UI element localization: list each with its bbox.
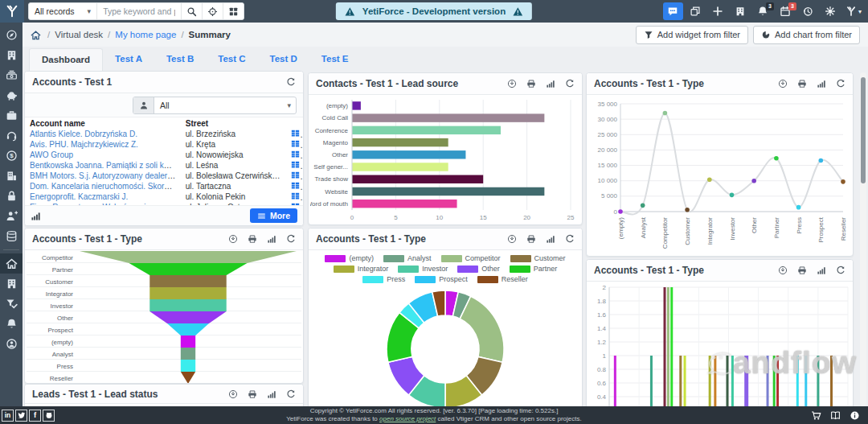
scrollbar-thumb[interactable] — [861, 77, 866, 183]
refresh-icon[interactable] — [286, 77, 296, 87]
legend-item[interactable]: Analyst — [383, 254, 432, 262]
grid-view-button[interactable] — [223, 2, 244, 20]
add-widget-from-filter-button[interactable]: Add widget from filter — [636, 26, 748, 44]
download-icon[interactable] — [507, 234, 517, 244]
history-button[interactable] — [798, 2, 818, 20]
search-scope-select[interactable]: All records ▾ — [29, 3, 97, 19]
settings-button[interactable] — [821, 2, 841, 20]
refresh-icon[interactable] — [836, 79, 845, 89]
sidebar-item-lock[interactable] — [0, 186, 23, 206]
legend-item[interactable]: Reseller — [477, 275, 528, 283]
sidebar-item-banknotes[interactable] — [0, 65, 23, 85]
download-icon[interactable] — [778, 79, 788, 89]
chart-bars-icon[interactable] — [267, 234, 276, 244]
sidebar-item-company[interactable] — [0, 166, 23, 186]
sidebar-item-piggy-bank[interactable] — [0, 85, 23, 105]
add-chart-from-filter-button[interactable]: Add chart from filter — [753, 26, 860, 44]
tab-test-d[interactable]: Test D — [258, 48, 309, 71]
sidebar-item-headset[interactable] — [0, 126, 23, 146]
refresh-icon[interactable] — [836, 266, 845, 275]
legend-item[interactable]: Integrator — [334, 265, 389, 273]
printer-icon[interactable] — [248, 389, 257, 399]
cart-icon[interactable] — [811, 410, 821, 421]
search-button[interactable] — [181, 2, 202, 20]
printer-icon[interactable] — [797, 266, 807, 275]
refresh-icon[interactable] — [286, 234, 296, 244]
account-name-link[interactable]: Energoprofit. Kaczmarski J. — [30, 192, 128, 201]
account-name-link[interactable]: BMH Motors. S.j. Autoryzowany dealer Nis… — [30, 171, 181, 180]
tab-test-c[interactable]: Test C — [206, 48, 257, 71]
user-menu-button[interactable]: ▾ — [843, 2, 864, 20]
th-icon[interactable] — [291, 171, 300, 179]
download-icon[interactable] — [228, 389, 238, 399]
github-link[interactable] — [43, 410, 55, 422]
breadcrumb-item[interactable]: My home page — [115, 30, 176, 39]
refresh-icon[interactable] — [565, 234, 575, 244]
refresh-icon[interactable] — [565, 79, 575, 89]
book-icon[interactable] — [830, 410, 841, 421]
sidebar-item-dollar-coin[interactable]: $ — [0, 146, 23, 166]
printer-icon[interactable] — [526, 234, 536, 244]
sidebar-item-home[interactable] — [0, 253, 23, 274]
chart-bars-icon[interactable] — [267, 389, 276, 399]
sidebar-item-compass[interactable] — [0, 25, 23, 45]
sidebar-item-organization[interactable] — [0, 274, 23, 294]
chart-bars-icon[interactable] — [31, 211, 41, 221]
sidebar-item-user-circle[interactable] — [0, 334, 23, 354]
more-button[interactable]: More — [250, 208, 297, 223]
tab-test-e[interactable]: Test E — [309, 48, 361, 71]
quick-create-button[interactable] — [708, 2, 728, 20]
sidebar-item-funnel-check[interactable] — [0, 294, 23, 314]
account-name-link[interactable]: AWO Group — [30, 150, 73, 159]
refresh-icon[interactable] — [286, 389, 296, 399]
account-name-link[interactable]: Bentkowska Joanna. Pamiątki z soli kamie… — [30, 161, 181, 170]
sidebar-item-buildings[interactable] — [0, 45, 23, 65]
home-icon[interactable] — [31, 30, 41, 40]
linkedin-link[interactable]: in — [2, 410, 14, 422]
tags-button[interactable] — [686, 2, 706, 20]
tab-test-a[interactable]: Test A — [103, 48, 154, 71]
tab-test-b[interactable]: Test B — [154, 48, 206, 71]
download-icon[interactable] — [228, 234, 238, 244]
legend-item[interactable]: Other — [457, 265, 500, 273]
legend-item[interactable]: Partner — [510, 265, 558, 273]
printer-icon[interactable] — [797, 79, 807, 89]
download-icon[interactable] — [778, 266, 788, 275]
account-name-link[interactable]: Dom. Kancelaria nieruchomości. Skorupka … — [30, 182, 181, 191]
download-icon[interactable] — [507, 79, 517, 89]
calendar-button[interactable]: 3 — [776, 2, 796, 20]
advanced-search-button[interactable] — [202, 2, 223, 20]
legend-item[interactable]: Press — [362, 275, 405, 283]
th-icon[interactable] — [291, 191, 300, 200]
info-icon[interactable] — [850, 410, 860, 421]
open-source-link[interactable]: open source project — [379, 415, 436, 422]
legend-item[interactable]: Prospect — [415, 275, 468, 283]
chat-button[interactable] — [663, 2, 683, 20]
legend-item[interactable]: Customer — [510, 254, 566, 262]
th-icon[interactable] — [291, 181, 300, 190]
printer-icon[interactable] — [248, 234, 257, 244]
sidebar-item-briefcase[interactable] — [0, 105, 23, 126]
account-name-link[interactable]: Avis. PHU. Majchrzykiewicz Z. — [30, 140, 138, 149]
search-input[interactable] — [97, 3, 181, 19]
chart-bars-icon[interactable] — [546, 234, 555, 244]
facebook-link[interactable]: f — [29, 410, 41, 422]
legend-item[interactable]: Investor — [398, 265, 448, 273]
sidebar-item-database[interactable] — [0, 226, 23, 246]
th-icon[interactable] — [291, 129, 300, 138]
chart-bars-icon[interactable] — [546, 79, 555, 89]
th-icon[interactable] — [291, 150, 300, 158]
th-icon[interactable] — [291, 139, 300, 148]
th-icon[interactable] — [291, 160, 300, 169]
legend-item[interactable]: (empty) — [325, 254, 374, 262]
printer-icon[interactable] — [526, 79, 536, 89]
twitter-link[interactable] — [15, 410, 27, 422]
chart-bars-icon[interactable] — [817, 266, 826, 275]
owner-filter-select[interactable]: All ▾ — [133, 97, 297, 114]
notifications-button[interactable]: 3 — [753, 2, 773, 20]
companies-button[interactable] — [731, 2, 751, 20]
yetiforce-logo[interactable] — [0, 0, 24, 23]
account-name-link[interactable]: Atlantis Kielce. Dobrzyńska D. — [30, 130, 137, 138]
chart-bars-icon[interactable] — [817, 79, 826, 89]
sidebar-item-user-plus[interactable] — [0, 206, 23, 226]
